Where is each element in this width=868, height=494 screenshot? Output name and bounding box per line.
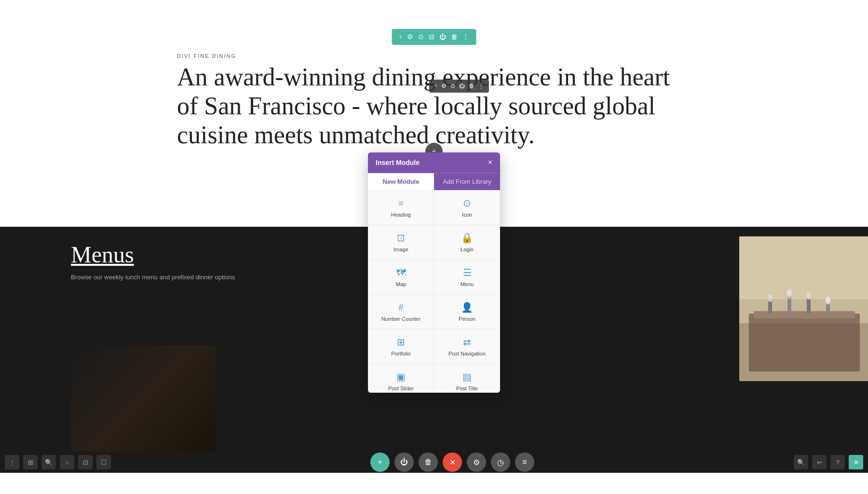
- person-label: Person: [459, 316, 475, 322]
- module-item-post-navigation[interactable]: ⇄Post Navigation: [434, 329, 500, 364]
- toolbar-left: ⋮ ⊞ 🔍 ○ ⊡ ☐: [5, 455, 111, 469]
- icon-icon: ⊙: [463, 197, 471, 209]
- toolbar-history-icon[interactable]: ↩: [812, 455, 827, 469]
- insert-module-modal: Insert Module × New Module Add From Libr…: [368, 152, 500, 393]
- food-image-placeholder: [71, 345, 216, 452]
- tab-add-from-library[interactable]: Add From Library: [434, 173, 500, 190]
- menu-icon: ☰: [463, 267, 472, 278]
- map-label: Map: [396, 281, 406, 287]
- module-item-menu[interactable]: ☰Menu: [434, 260, 500, 294]
- center-power-button[interactable]: ⏻: [394, 453, 414, 472]
- heading-icon: ≡: [398, 198, 404, 209]
- map-icon: 🗺: [396, 267, 406, 278]
- toolbar-question-icon[interactable]: ?: [830, 455, 845, 469]
- module-item-number-counter[interactable]: #Number Counter: [368, 294, 434, 329]
- image-icon: ⊡: [397, 232, 405, 244]
- center-menu-button[interactable]: ≡: [515, 453, 534, 472]
- svg-rect-11: [739, 236, 868, 299]
- toolbar-right: 🔍 ↩ ? ✕: [794, 455, 863, 469]
- menus-subtitle: Browse our weekly lunch menu and prefixe…: [71, 274, 235, 281]
- toolbar-grid-icon[interactable]: ⊟: [429, 33, 434, 41]
- post-slider-icon: ▣: [396, 371, 406, 383]
- module-item-person[interactable]: 👤Person: [434, 294, 500, 329]
- table-image-placeholder: [739, 236, 868, 381]
- mid-add-icon[interactable]: +: [434, 82, 437, 90]
- toolbar-delete-icon[interactable]: 🗑: [451, 33, 458, 41]
- toolbar-duplicate-icon[interactable]: ⊙: [418, 33, 424, 41]
- toolbar-dots-button[interactable]: ⋮: [5, 455, 19, 469]
- number-counter-icon: #: [399, 302, 404, 313]
- toolbar-exit-button[interactable]: ✕: [849, 455, 863, 469]
- center-delete-button[interactable]: 🗑: [419, 453, 438, 472]
- center-clock-button[interactable]: ◷: [491, 453, 510, 472]
- module-item-icon[interactable]: ⊙Icon: [434, 190, 500, 225]
- menus-title: Menus: [71, 241, 235, 268]
- svg-rect-1: [749, 314, 860, 371]
- module-item-post-slider[interactable]: ▣Post Slider: [368, 364, 434, 393]
- dining-table-image: [739, 236, 868, 381]
- toolbar-center: + ⏻ 🗑 ✕ ⚙ ◷ ≡: [114, 453, 791, 472]
- post-navigation-label: Post Navigation: [448, 351, 486, 357]
- brand-label: DIVI FINE DINING: [177, 53, 236, 59]
- toolbar-add-icon[interactable]: +: [399, 33, 403, 41]
- mid-settings-icon[interactable]: ⚙: [441, 82, 447, 90]
- login-label: Login: [461, 247, 474, 252]
- toolbar-circle-button[interactable]: ○: [60, 455, 74, 469]
- module-grid: ≡Heading⊙Icon⊡Image🔒Login🗺Map☰Menu#Numbe…: [368, 190, 500, 393]
- bottom-toolbar: ⋮ ⊞ 🔍 ○ ⊡ ☐ + ⏻ 🗑 ✕ ⚙ ◷ ≡ 🔍 ↩ ? ✕: [0, 452, 868, 473]
- module-item-image[interactable]: ⊡Image: [368, 225, 434, 260]
- toolbar-zoom-icon[interactable]: 🔍: [794, 455, 808, 469]
- number-counter-label: Number Counter: [381, 316, 420, 322]
- toolbar-grid-button[interactable]: ⊞: [23, 455, 38, 469]
- person-icon: 👤: [461, 302, 473, 313]
- toolbar-mobile-button[interactable]: ☐: [96, 455, 111, 469]
- module-item-heading[interactable]: ≡Heading: [368, 190, 434, 225]
- heading-label: Heading: [391, 212, 411, 218]
- mid-more-icon[interactable]: ⋮: [478, 82, 484, 90]
- toolbar-desktop-button[interactable]: ⊡: [78, 455, 93, 469]
- bottom-content: Menus Browse our weekly lunch menu and p…: [71, 241, 235, 281]
- icon-label: Icon: [462, 212, 472, 218]
- menu-label: Menu: [461, 281, 474, 287]
- module-item-login[interactable]: 🔒Login: [434, 225, 500, 260]
- mid-delete-icon[interactable]: 🗑: [469, 82, 475, 90]
- center-add-button[interactable]: +: [370, 453, 390, 472]
- modal-header: Insert Module ×: [368, 152, 500, 173]
- toolbar-search-button[interactable]: 🔍: [41, 455, 56, 469]
- top-section: + ⚙ ⊙ ⊟ ⏻ 🗑 ⋮ DIVI FINE DINING An award-…: [0, 0, 868, 227]
- module-item-map[interactable]: 🗺Map: [368, 260, 434, 294]
- modal-close-button[interactable]: ×: [488, 158, 492, 167]
- module-item-post-title[interactable]: ▤Post Title: [434, 364, 500, 393]
- food-image: [71, 345, 216, 452]
- tab-new-module[interactable]: New Module: [368, 173, 434, 190]
- mid-power-icon[interactable]: ⏻: [459, 82, 465, 90]
- modal-tabs: New Module Add From Library: [368, 173, 500, 190]
- toolbar-power-icon[interactable]: ⏻: [439, 33, 446, 41]
- modal-title: Insert Module: [376, 159, 420, 166]
- post-title-label: Post Title: [456, 385, 478, 391]
- image-label: Image: [393, 247, 408, 252]
- center-close-button[interactable]: ✕: [443, 453, 462, 472]
- hero-text: An award-winning dining experience in th…: [177, 63, 691, 149]
- toolbar-more-icon[interactable]: ⋮: [462, 33, 469, 41]
- portfolio-label: Portfolio: [391, 351, 410, 357]
- toolbar-settings-icon[interactable]: ⚙: [407, 33, 413, 41]
- post-navigation-icon: ⇄: [463, 336, 471, 348]
- module-item-portfolio[interactable]: ⊞Portfolio: [368, 329, 434, 364]
- post-title-icon: ▤: [462, 371, 472, 383]
- post-slider-label: Post Slider: [388, 385, 414, 391]
- mid-toolbar[interactable]: + ⚙ ⊙ ⏻ 🗑 ⋮: [429, 80, 489, 93]
- portfolio-icon: ⊞: [397, 336, 405, 348]
- login-icon: 🔒: [461, 232, 473, 244]
- center-settings-button[interactable]: ⚙: [467, 453, 486, 472]
- top-toolbar[interactable]: + ⚙ ⊙ ⊟ ⏻ 🗑 ⋮: [392, 29, 476, 45]
- mid-duplicate-icon[interactable]: ⊙: [450, 82, 455, 90]
